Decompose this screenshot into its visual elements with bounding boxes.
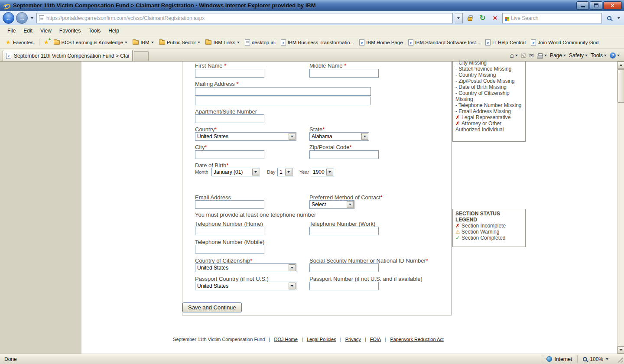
- citizenship-select[interactable]: United States: [195, 263, 296, 272]
- country-select-value: United States: [197, 133, 287, 140]
- phone-mobile-input[interactable]: [195, 245, 264, 254]
- safety-menu-button[interactable]: Safety: [569, 52, 588, 58]
- section-status-legend: SECTION STATUS LEGEND ✗Section Incomplet…: [452, 209, 526, 247]
- section-incomplete-icon: ✗: [455, 114, 460, 120]
- middle-name-input[interactable]: [309, 69, 379, 78]
- home-button[interactable]: ⌂: [510, 52, 518, 59]
- phone-work-input[interactable]: [309, 227, 379, 235]
- chevron-down-icon: [617, 55, 620, 56]
- apartment-input[interactable]: [195, 114, 264, 123]
- page-menu-button[interactable]: Page: [550, 52, 566, 58]
- chevron-down-icon: [254, 171, 257, 173]
- email-input[interactable]: [195, 200, 264, 209]
- first-name-input[interactable]: [195, 69, 264, 78]
- tab-claimant-registration[interactable]: e September 11th Victim Compensation Fun…: [3, 50, 133, 61]
- month-select[interactable]: January (01): [211, 168, 260, 176]
- menu-tools[interactable]: Tools: [84, 26, 104, 36]
- favorites-item-ibm-home-page[interactable]: e IBM Home Page: [357, 38, 405, 47]
- rss-feeds-icon: [521, 53, 526, 58]
- zip-input[interactable]: [309, 150, 379, 159]
- search-button[interactable]: [604, 13, 614, 23]
- forward-button[interactable]: →: [16, 12, 28, 24]
- footer-link-foia[interactable]: FOIA: [370, 337, 381, 342]
- city-input[interactable]: [195, 150, 264, 159]
- resize-grip[interactable]: [616, 356, 623, 363]
- middle-name-label: Middle Name *: [309, 62, 346, 69]
- scrollbar-thumb[interactable]: [618, 69, 624, 103]
- stop-button[interactable]: ×: [490, 13, 500, 23]
- home-icon: ⌂: [510, 52, 514, 59]
- vertical-scrollbar[interactable]: [617, 62, 624, 354]
- country-select[interactable]: United States: [195, 132, 296, 141]
- ssn-input[interactable]: [309, 263, 379, 272]
- favorites-item-it-help-central[interactable]: e IT Help Central: [483, 38, 528, 47]
- search-options-dropdown[interactable]: [616, 17, 621, 19]
- favorites-item-public-sector[interactable]: Public Sector: [157, 39, 203, 46]
- search-box[interactable]: [502, 13, 602, 23]
- favorites-item-ibm[interactable]: IBM: [130, 39, 156, 46]
- apartment-label: Apartment/Suite Number: [195, 108, 257, 115]
- favorites-item-ibm-business-transformation[interactable]: e IBM Business Transformatio...: [279, 38, 356, 47]
- favorites-item-join-world-community-grid[interactable]: e Join World Community Grid: [529, 38, 601, 47]
- search-input[interactable]: [511, 15, 599, 21]
- favorites-label: Favorites: [13, 40, 33, 45]
- legend-title: SECTION STATUS LEGEND: [455, 211, 523, 223]
- tools-menu-button[interactable]: Tools: [591, 52, 607, 58]
- zoom-control[interactable]: 100%: [577, 355, 614, 363]
- footer-link-paperwork-reduction-act[interactable]: Paperwork Reduction Act: [390, 337, 444, 342]
- maximize-button[interactable]: [590, 1, 602, 10]
- menu-favorites[interactable]: Favorites: [55, 26, 84, 36]
- browser-window: e September 11th Victim Compensation Fun…: [0, 0, 624, 364]
- close-button[interactable]: ×: [603, 1, 622, 10]
- state-select[interactable]: Alabama: [309, 132, 369, 141]
- favorites-item-ibm-links[interactable]: IBM Links: [203, 39, 242, 46]
- footer-link-privacy[interactable]: Privacy: [345, 337, 361, 342]
- favorites-item-bcs-learning[interactable]: BCS Learning & Knowledge: [52, 39, 130, 46]
- feeds-button[interactable]: [521, 53, 526, 58]
- legend-label: Section Incomplete: [462, 223, 506, 229]
- chevron-down-icon: [618, 17, 620, 19]
- address-dropdown-button[interactable]: [455, 13, 463, 23]
- incomplete-section-label: Attorney or Other Authorized Individual: [455, 120, 504, 133]
- menu-help[interactable]: Help: [104, 26, 123, 36]
- day-select[interactable]: 1: [277, 168, 293, 176]
- read-mail-button[interactable]: ✉: [529, 53, 534, 58]
- refresh-button[interactable]: ↻: [477, 13, 488, 23]
- mailing-address-line1-input[interactable]: [195, 87, 371, 96]
- favorites-item-desktop-ini[interactable]: desktop.ini: [243, 38, 278, 47]
- back-button[interactable]: ←: [3, 12, 14, 24]
- save-and-continue-button[interactable]: Save and Continue: [182, 302, 242, 312]
- phone-home-input[interactable]: [195, 227, 264, 235]
- incomplete-section-attorney: ✗Attorney or Other Authorized Individual: [455, 120, 523, 133]
- contact-method-select[interactable]: Select: [309, 200, 354, 209]
- dropdown-button: [289, 283, 296, 289]
- print-button[interactable]: [537, 53, 547, 58]
- url-input[interactable]: [46, 15, 450, 21]
- address-bar[interactable]: [36, 13, 453, 23]
- passport-country-select[interactable]: United States: [195, 282, 296, 290]
- menu-view[interactable]: View: [36, 26, 55, 36]
- footer-link-legal-policies[interactable]: Legal Policies: [307, 337, 336, 342]
- security-lock-button[interactable]: [465, 13, 475, 23]
- favorites-button[interactable]: ★ Favorites: [3, 38, 36, 46]
- help-button[interactable]: ?: [610, 52, 620, 58]
- menu-file[interactable]: File: [3, 26, 20, 36]
- favorites-item-ibm-standard-software[interactable]: e IBM Standard Software Inst...: [406, 38, 482, 47]
- footer-separator: |: [302, 337, 303, 342]
- command-bar: ⌂ ✉ Page Safety Tools: [510, 52, 621, 59]
- minimize-button[interactable]: [576, 1, 589, 10]
- year-caption: Year: [299, 169, 309, 175]
- menu-edit[interactable]: Edit: [20, 26, 36, 36]
- footer-link-doj-home[interactable]: DOJ Home: [274, 337, 297, 342]
- ie-page-glyph: e: [486, 40, 490, 45]
- scroll-down-button[interactable]: [618, 346, 624, 354]
- add-favorite-button[interactable]: ★+: [44, 39, 49, 45]
- year-select[interactable]: 1900: [311, 168, 334, 176]
- mailing-address-line2-input[interactable]: [195, 97, 371, 105]
- question-glyph: ?: [611, 53, 614, 58]
- scroll-up-button[interactable]: [618, 62, 624, 69]
- new-tab-button[interactable]: [134, 51, 149, 61]
- passport-number-input[interactable]: [309, 282, 379, 290]
- favorites-item-label: desktop.ini: [252, 40, 276, 45]
- recent-pages-dropdown[interactable]: [29, 17, 35, 19]
